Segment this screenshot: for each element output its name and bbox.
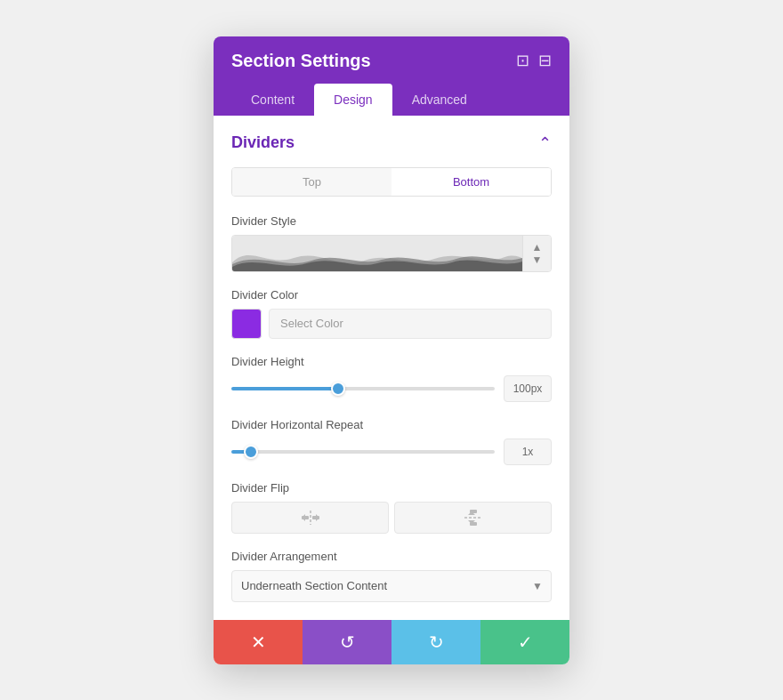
divider-arrangement-field: Divider Arrangement Underneath Section C… (231, 550, 552, 602)
header-icons: ⊡ ⊟ (516, 51, 552, 70)
flip-horizontal-button[interactable] (231, 502, 389, 534)
top-bottom-toggle: Top Bottom (231, 167, 552, 197)
toggle-bottom[interactable]: Bottom (392, 168, 551, 196)
section-title: Dividers (231, 133, 295, 152)
divider-style-arrow[interactable]: ▲▼ (522, 236, 551, 271)
divider-style-preview (232, 236, 522, 271)
divider-repeat-value: 1x (504, 439, 552, 465)
expand-icon[interactable]: ⊡ (516, 51, 529, 70)
flip-both-button[interactable] (394, 502, 552, 534)
divider-style-selector[interactable]: ▲▼ (231, 235, 552, 272)
divider-height-slider[interactable] (231, 387, 495, 390)
divider-color-label: Divider Color (231, 288, 552, 302)
tab-design[interactable]: Design (314, 84, 392, 116)
divider-style-field: Divider Style ▲▼ (231, 214, 552, 272)
redo-button[interactable]: ↻ (392, 620, 480, 664)
color-swatch[interactable] (231, 309, 262, 339)
section-settings-modal: Section Settings ⊡ ⊟ Content Design Adva… (214, 36, 569, 664)
modal-footer: ✕ ↺ ↻ ✓ (214, 620, 569, 664)
divider-repeat-slider[interactable] (231, 450, 495, 454)
divider-repeat-label: Divider Horizontal Repeat (231, 418, 552, 431)
divider-arrangement-select[interactable]: Underneath Section Content Above Section… (231, 570, 552, 602)
divider-flip-field: Divider Flip (231, 481, 552, 534)
color-select-button[interactable]: Select Color (269, 309, 552, 339)
svg-marker-4 (316, 514, 319, 521)
divider-repeat-slider-row: 1x (231, 439, 552, 465)
divider-height-field: Divider Height 100px (231, 355, 552, 402)
modal-body: Dividers ⌃ Top Bottom Divider Style ▲▼ (214, 116, 569, 602)
cancel-button[interactable]: ✕ (214, 620, 303, 664)
divider-arrangement-label: Divider Arrangement (231, 550, 552, 563)
divider-arrangement-select-wrapper: Underneath Section Content Above Section… (231, 570, 552, 602)
divider-repeat-slider-wrapper (231, 443, 495, 461)
divider-height-value: 100px (504, 375, 552, 402)
tab-advanced[interactable]: Advanced (392, 84, 487, 116)
save-button[interactable]: ✓ (480, 620, 569, 664)
divider-height-slider-wrapper (231, 380, 495, 398)
undo-button[interactable]: ↺ (303, 620, 392, 664)
svg-marker-3 (302, 514, 305, 521)
tab-bar: Content Design Advanced (231, 84, 552, 116)
divider-style-label: Divider Style (231, 214, 552, 228)
modal-title: Section Settings (231, 51, 371, 71)
divider-color-field: Divider Color Select Color (231, 288, 552, 339)
toggle-top[interactable]: Top (232, 168, 392, 196)
color-row: Select Color (231, 309, 552, 339)
collapse-icon[interactable]: ⌃ (538, 133, 552, 153)
flip-buttons (231, 502, 552, 534)
split-icon[interactable]: ⊟ (538, 51, 552, 70)
divider-height-slider-row: 100px (231, 375, 552, 402)
tab-content[interactable]: Content (231, 84, 314, 116)
section-header: Dividers ⌃ (231, 133, 552, 153)
divider-flip-label: Divider Flip (231, 481, 552, 495)
divider-repeat-field: Divider Horizontal Repeat 1x (231, 418, 552, 465)
divider-height-label: Divider Height (231, 355, 552, 368)
modal-header: Section Settings ⊡ ⊟ Content Design Adva… (214, 36, 569, 116)
